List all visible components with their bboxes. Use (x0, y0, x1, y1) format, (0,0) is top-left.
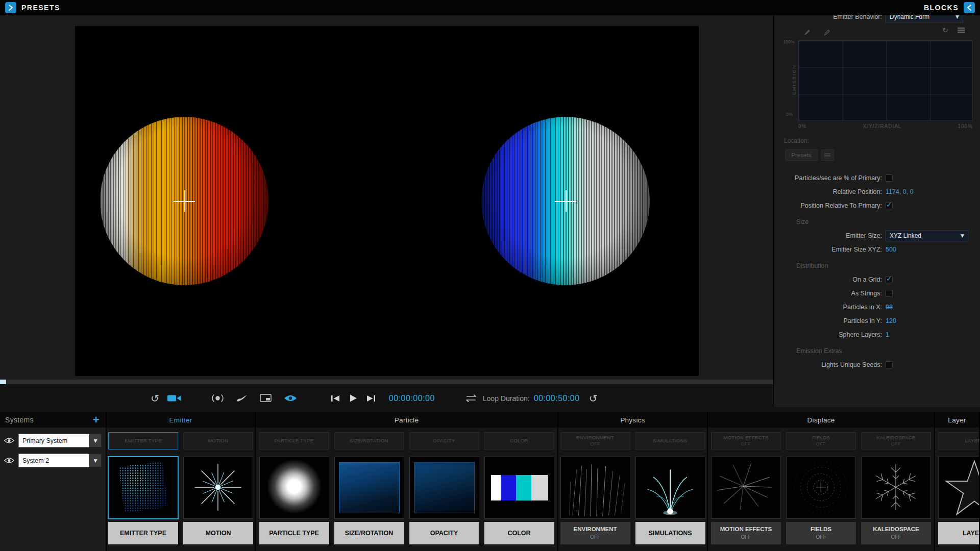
eye-icon[interactable] (4, 457, 14, 464)
particles-pct-checkbox[interactable] (886, 174, 893, 182)
reset-loop-icon[interactable]: ↺ (589, 392, 598, 405)
block-color-tab[interactable]: COLOR (484, 432, 554, 449)
block-opacity[interactable]: OPACITY OPACITY (409, 432, 479, 551)
block-particle-type-tab[interactable]: PARTICLE TYPE (259, 432, 329, 449)
eye-icon[interactable] (4, 437, 14, 444)
motion-blur-icon[interactable] (212, 393, 224, 403)
block-fields-thumbnail[interactable] (786, 457, 856, 519)
reset-graph-icon[interactable]: ↻ (942, 26, 948, 34)
timeline-scrubber[interactable] (0, 380, 773, 384)
block-kaleidospace-thumbnail[interactable] (861, 457, 931, 519)
block-particle-type-label[interactable]: PARTICLE TYPE (259, 522, 329, 544)
emitter-size-dropdown[interactable]: XYZ Linked ▼ (886, 230, 968, 241)
block-environment-label[interactable]: ENVIRONMENTOFF (560, 522, 630, 544)
presets-button[interactable]: Presets (785, 149, 818, 161)
block-motion-effects-label[interactable]: MOTION EFFECTSOFF (711, 522, 781, 544)
block-layer-thumbnail[interactable] (938, 457, 980, 519)
block-kaleidospace[interactable]: KALEIDOSPACEOFF (861, 432, 931, 551)
block-motion-thumbnail[interactable] (183, 457, 253, 519)
block-size-rotation-tab[interactable]: SIZE/ROTATION (334, 432, 404, 449)
block-particle-type-thumbnail[interactable] (259, 457, 329, 519)
primary-system-dropdown[interactable]: Primary System ▼ (18, 434, 102, 447)
block-environment[interactable]: ENVIRONMENTOFF ENVIRONMENTOFF (560, 432, 630, 551)
block-opacity-tab[interactable]: OPACITY (409, 432, 479, 449)
skip-to-end-button[interactable] (366, 394, 376, 403)
pencil-tool-icon[interactable] (823, 29, 831, 36)
block-size-rotation-label[interactable]: SIZE/ROTATION (334, 522, 404, 544)
secondary-emitter-crosshair[interactable] (555, 190, 576, 212)
graph-menu-icon[interactable] (958, 27, 965, 34)
block-opacity-label[interactable]: OPACITY (409, 522, 479, 544)
block-motion-tab[interactable]: MOTION (183, 432, 253, 449)
position-relative-checkbox[interactable]: ✓ (886, 202, 893, 209)
visibility-eye-icon[interactable] (284, 394, 297, 402)
particles-y-value[interactable]: 120 (886, 317, 896, 324)
block-color-thumbnail[interactable] (484, 457, 554, 519)
block-environment-thumbnail[interactable] (560, 457, 630, 519)
reset-view-icon[interactable]: ↺ (151, 392, 159, 405)
block-kaleidospace-tab[interactable]: KALEIDOSPACEOFF (861, 432, 931, 449)
block-simulations[interactable]: SIMULATIONS (635, 432, 705, 551)
camera-icon (167, 394, 181, 403)
block-size-rotation[interactable]: SIZE/ROTATION SIZE/ROTATION (334, 432, 404, 551)
display-icon[interactable] (260, 394, 272, 403)
block-simulations-thumbnail[interactable] (635, 457, 705, 519)
block-environment-tab[interactable]: ENVIRONMENTOFF (560, 432, 630, 449)
playhead[interactable] (0, 380, 6, 384)
loop-icon[interactable] (464, 394, 478, 402)
dropdown-arrow-icon[interactable]: ▼ (89, 434, 102, 447)
blocks-panel-toggle-button[interactable] (964, 2, 975, 13)
system-2-dropdown[interactable]: System 2 ▼ (18, 454, 102, 467)
relative-position-value[interactable]: 1174, 0, 0 (886, 188, 914, 195)
block-simulations-label[interactable]: SIMULATIONS (635, 522, 705, 544)
current-time-field[interactable]: 00:00:00:00 (389, 394, 435, 403)
block-opacity-thumbnail[interactable] (409, 457, 479, 519)
add-system-button[interactable]: + (93, 414, 100, 425)
as-strings-checkbox[interactable] (886, 290, 893, 297)
block-color[interactable]: COLOR COLOR (484, 432, 554, 551)
camera-icon[interactable] (167, 394, 181, 403)
particles-x-row: Particles in X: 98 (774, 300, 980, 314)
skip-to-start-button[interactable] (331, 394, 340, 403)
block-fields-label[interactable]: FIELDSOFF (786, 522, 856, 544)
emitter-size-xyz-value[interactable]: 500 (886, 246, 896, 253)
block-kaleidospace-label[interactable]: KALEIDOSPACEOFF (861, 522, 931, 544)
block-particle-type[interactable]: PARTICLE TYPE PARTICLE TYPE (259, 432, 329, 551)
block-motion[interactable]: MOTION (183, 432, 253, 551)
presets-menu-button[interactable] (821, 149, 834, 161)
block-layer-label[interactable]: LAYER (938, 522, 980, 544)
block-emitter-type[interactable]: EMITTER TYPE (108, 432, 178, 551)
block-fields[interactable]: FIELDSOFF FIELDS (786, 432, 856, 551)
block-motion-label[interactable]: MOTION (183, 522, 253, 544)
block-size-rotation-thumbnail[interactable] (334, 457, 404, 519)
primary-emitter-crosshair[interactable] (174, 190, 195, 212)
block-emitter-type-tab[interactable]: EMITTER TYPE (108, 432, 178, 449)
preview-viewport[interactable] (75, 26, 699, 376)
block-emitter-type-thumbnail[interactable] (108, 457, 178, 519)
pen-tool-icon[interactable] (803, 29, 811, 36)
emitter-behavior-dropdown[interactable]: Dynamic Form ▼ (886, 15, 963, 22)
dropdown-arrow-icon[interactable]: ▼ (89, 454, 102, 467)
block-emitter-type-label[interactable]: EMITTER TYPE (108, 522, 178, 544)
presets-panel-toggle-button[interactable] (5, 2, 16, 13)
block-motion-effects-thumbnail[interactable] (711, 457, 781, 519)
sphere-layers-value[interactable]: 1 (886, 331, 889, 338)
block-fields-tab[interactable]: FIELDSOFF (786, 432, 856, 449)
block-layer-tab[interactable]: LAYER (938, 432, 980, 449)
emission-axis-label: EMISSION (792, 64, 797, 95)
play-button[interactable] (349, 394, 357, 403)
emission-curve-graph[interactable] (798, 40, 973, 121)
lights-seeds-checkbox[interactable] (886, 361, 893, 368)
block-simulations-tab[interactable]: SIMULATIONS (635, 432, 705, 449)
block-layer[interactable]: LAYER LAYER (938, 432, 980, 551)
loop-duration-field[interactable]: 00:00:50:00 (534, 394, 580, 403)
block-color-label[interactable]: COLOR (484, 522, 554, 544)
block-motion-effects-tab[interactable]: MOTION EFFECTSOFF (711, 432, 781, 449)
block-motion-effects[interactable]: MOTION EFFECTSOFF MOTION EFFECT (711, 432, 781, 551)
bird-icon[interactable] (236, 394, 248, 403)
particles-x-value[interactable]: 98 (886, 304, 893, 311)
chevron-left-icon (967, 5, 972, 11)
blocks-label[interactable]: BLOCKS (924, 4, 959, 12)
on-grid-checkbox[interactable]: ✓ (886, 276, 893, 283)
presets-label[interactable]: PRESETS (21, 4, 60, 12)
